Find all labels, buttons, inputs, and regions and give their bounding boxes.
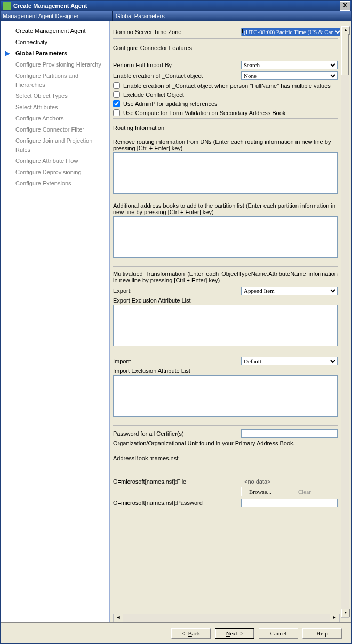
scroll-down-icon[interactable]: ▼ — [341, 609, 350, 617]
next-button[interactable]: Next > — [215, 628, 254, 639]
current-arrow-icon — [5, 50, 10, 55]
cert-password-label: O=microsoft[names.nsf]:Password — [113, 500, 241, 506]
import-mode-select[interactable]: Default — [241, 357, 338, 365]
multivalued-title: Multivalued Transformation (Enter each O… — [113, 271, 338, 283]
nav-object-types: Select Object Types — [1, 91, 109, 102]
wizard-footer: < Back Next > Cancel Help — [1, 623, 351, 643]
cert-password-input[interactable] — [241, 499, 338, 507]
vertical-scrollbar[interactable]: ▲ ▼ — [341, 26, 349, 618]
add-addressbook-textarea[interactable] — [113, 216, 338, 258]
nav-join-projection: Configure Join and Projection Rules — [1, 135, 109, 156]
wizard-nav: Create Management Agent Connectivity Glo… — [1, 21, 110, 622]
nav-anchors: Configure Anchors — [1, 113, 109, 124]
horizontal-scrollbar[interactable]: ◄ ► — [113, 614, 340, 622]
nav-connectivity[interactable]: Connectivity — [1, 37, 109, 48]
cert-file-label: O=microsoft[names.nsf]:File — [113, 478, 241, 485]
org-ou-label: Organization/Organizational Unit found i… — [113, 440, 338, 446]
app-icon — [3, 2, 11, 10]
timezone-select[interactable]: (UTC-08:00) Pacific Time (US & Can — [241, 28, 340, 36]
remove-routing-label: Remove routing information from DNs (Ent… — [113, 138, 338, 151]
close-button[interactable]: X — [340, 1, 350, 11]
scroll-thumb[interactable] — [341, 34, 349, 75]
nav-attribute-flow: Configure Attribute Flow — [1, 156, 109, 167]
nav-extensions: Configure Extensions — [1, 178, 109, 189]
export-exclusion-label: Export Exclusion Attribute List — [113, 297, 338, 304]
designer-header: Management Agent Designer — [1, 11, 113, 21]
panel-header: Management Agent Designer Global Paramet… — [1, 11, 351, 21]
title-bar: Create Management Agent X — [1, 1, 351, 11]
import-mode-label: Import: — [113, 358, 241, 364]
scroll-left-icon[interactable]: ◄ — [114, 614, 123, 622]
cb-exclude-conflict[interactable] — [113, 91, 120, 98]
import-exclusion-textarea[interactable] — [113, 375, 338, 417]
export-exclusion-textarea[interactable] — [113, 305, 338, 346]
back-button[interactable]: < Back — [171, 628, 211, 639]
nav-prov-hierarchy: Configure Provisioning Hierarchy — [1, 59, 109, 70]
add-addressbook-label: Additional address books to add to the p… — [113, 202, 338, 215]
help-button[interactable]: Help — [302, 628, 342, 639]
scroll-right-icon[interactable]: ► — [330, 614, 339, 622]
features-title: Configure Connector Features — [113, 45, 338, 51]
remove-routing-textarea[interactable] — [113, 152, 338, 194]
svg-marker-0 — [5, 51, 10, 56]
cb-fullname-multi[interactable] — [113, 82, 120, 89]
certifier-password-label: Password for all Certifier(s) — [113, 430, 241, 437]
import-exclusion-label: Import Exclusion Attribute List — [113, 368, 338, 374]
contact-create-select[interactable]: None — [241, 71, 338, 80]
full-import-label: Perform Full Import By — [113, 62, 241, 68]
nav-create-ma[interactable]: Create Management Agent — [1, 26, 109, 37]
cb-compute-form[interactable] — [113, 109, 120, 116]
nav-deprovisioning: Configure Deprovisioning — [1, 167, 109, 178]
export-mode-label: Export: — [113, 288, 241, 294]
nav-connector-filter: Configure Connector Filter — [1, 124, 109, 135]
page-header: Global Parameters — [113, 11, 165, 21]
routing-title: Routing Information — [113, 125, 338, 131]
contact-create-label: Enable creation of _Contact object — [113, 72, 241, 79]
cert-file-nodata: <no data> — [244, 478, 271, 485]
certifier-password-input[interactable] — [241, 429, 338, 438]
timezone-label: Domino Server Time Zone — [113, 29, 241, 35]
cb-use-adminp[interactable] — [113, 100, 120, 107]
full-import-select[interactable]: Search — [241, 61, 338, 69]
clear-button: Clear — [286, 487, 323, 496]
nav-global-parameters[interactable]: Global Parameters — [1, 48, 109, 59]
nav-attributes: Select Attributes — [1, 102, 109, 113]
nav-partitions: Configure Partitions and Hierarchies — [1, 70, 109, 91]
addressbook-label: AddressBook :names.nsf — [113, 455, 338, 461]
export-mode-select[interactable]: Append Item — [241, 287, 338, 295]
window-title: Create Management Agent — [13, 3, 87, 9]
form-scroll-region[interactable]: Domino Server Time Zone (UTC-08:00) Paci… — [113, 26, 340, 618]
cancel-button[interactable]: Cancel — [259, 628, 298, 639]
browse-button[interactable]: Browse... — [241, 487, 279, 496]
